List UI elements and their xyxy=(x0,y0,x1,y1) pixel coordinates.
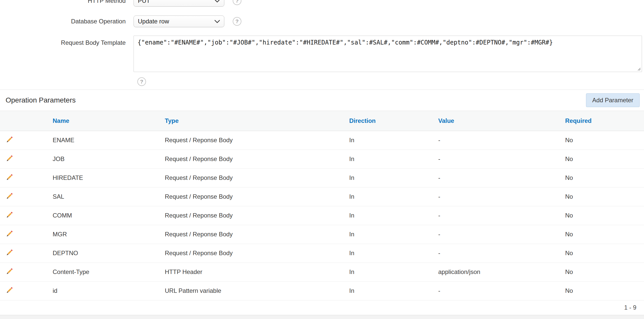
pencil-icon xyxy=(6,286,13,294)
column-header-direction[interactable]: Direction xyxy=(343,111,432,131)
param-required-cell: No xyxy=(559,206,644,225)
pencil-icon xyxy=(6,192,13,200)
edit-row-button[interactable] xyxy=(6,249,13,256)
table-row: HIREDATE Request / Reponse Body In - No xyxy=(0,168,644,187)
param-name-cell: Content-Type xyxy=(47,263,159,281)
database-operation-field-row: Database Operation Update row ? xyxy=(0,16,642,27)
request-body-template-label: Request Body Template xyxy=(0,36,126,46)
request-body-template-field-row: Request Body Template {"ename":"#ENAME#"… xyxy=(0,36,642,73)
edit-row-button[interactable] xyxy=(6,173,13,181)
column-header-value[interactable]: Value xyxy=(432,111,559,131)
table-row: SAL Request / Reponse Body In - No xyxy=(0,187,644,206)
param-type-cell: Request / Reponse Body xyxy=(159,168,343,187)
edit-row-button[interactable] xyxy=(6,211,13,219)
table-row: DEPTNO Request / Reponse Body In - No xyxy=(0,244,644,263)
param-value-cell: - xyxy=(432,281,559,300)
next-region-edge xyxy=(0,315,644,319)
table-row: id URL Pattern variable In - No xyxy=(0,281,644,300)
operation-parameters-table: Name Type Direction Value Required ENAME… xyxy=(0,111,644,300)
edit-row-button[interactable] xyxy=(6,154,13,162)
param-type-cell: Request / Reponse Body xyxy=(159,187,343,206)
add-parameter-button[interactable]: Add Parameter xyxy=(586,93,640,107)
column-header-edit xyxy=(0,111,47,131)
param-name-cell: COMM xyxy=(47,206,159,225)
param-required-cell: No xyxy=(559,225,644,244)
param-name-cell: SAL xyxy=(47,187,159,206)
database-operation-label: Database Operation xyxy=(0,18,126,25)
param-direction-cell: In xyxy=(343,168,432,187)
pagination: 1 - 9 xyxy=(0,300,644,315)
edit-row-button[interactable] xyxy=(6,136,13,143)
pencil-icon xyxy=(6,211,13,219)
region-title: Operation Parameters xyxy=(6,96,76,104)
operation-parameters-region-header: Operation Parameters Add Parameter xyxy=(0,90,644,111)
param-required-cell: No xyxy=(559,131,644,150)
help-icon[interactable]: ? xyxy=(233,0,241,5)
http-method-field-row: HTTP Method PUT ? xyxy=(0,0,642,7)
param-type-cell: URL Pattern variable xyxy=(159,281,343,300)
http-method-selected-value: PUT xyxy=(138,0,150,4)
request-body-template-textarea[interactable]: {"ename":"#ENAME#","job":"#JOB#","hireda… xyxy=(134,36,642,72)
param-direction-cell: In xyxy=(343,244,432,263)
parameters-table-body: ENAME Request / Reponse Body In - No JOB… xyxy=(0,131,644,300)
pencil-icon xyxy=(6,230,13,237)
table-row: ENAME Request / Reponse Body In - No xyxy=(0,131,644,150)
param-value-cell: application/json xyxy=(432,263,559,281)
edit-row-button[interactable] xyxy=(6,286,13,294)
edit-row-button[interactable] xyxy=(6,192,13,200)
param-required-cell: No xyxy=(559,263,644,281)
param-type-cell: HTTP Header xyxy=(159,263,343,281)
request-body-help-row: ? xyxy=(0,77,642,86)
pencil-icon xyxy=(6,249,13,256)
pencil-icon xyxy=(6,267,13,275)
table-row: JOB Request / Reponse Body In - No xyxy=(0,150,644,168)
param-type-cell: Request / Reponse Body xyxy=(159,131,343,150)
param-name-cell: JOB xyxy=(47,150,159,168)
param-name-cell: DEPTNO xyxy=(47,244,159,263)
param-direction-cell: In xyxy=(343,187,432,206)
param-value-cell: - xyxy=(432,187,559,206)
param-direction-cell: In xyxy=(343,206,432,225)
pencil-icon xyxy=(6,173,13,181)
pencil-icon xyxy=(6,154,13,162)
edit-row-button[interactable] xyxy=(6,230,13,237)
chevron-down-icon xyxy=(214,0,220,3)
param-name-cell: ENAME xyxy=(47,131,159,150)
param-required-cell: No xyxy=(559,244,644,263)
param-type-cell: Request / Reponse Body xyxy=(159,225,343,244)
help-icon[interactable]: ? xyxy=(233,17,241,26)
http-method-select[interactable]: PUT xyxy=(134,0,224,7)
question-mark-glyph: ? xyxy=(140,79,143,85)
param-value-cell: - xyxy=(432,150,559,168)
database-operation-select[interactable]: Update row xyxy=(134,16,224,27)
table-row: COMM Request / Reponse Body In - No xyxy=(0,206,644,225)
help-icon[interactable]: ? xyxy=(137,77,146,86)
param-name-cell: id xyxy=(47,281,159,300)
pagination-range: 1 - 9 xyxy=(624,304,636,311)
param-direction-cell: In xyxy=(343,281,432,300)
param-required-cell: No xyxy=(559,187,644,206)
param-value-cell: - xyxy=(432,131,559,150)
column-header-name[interactable]: Name xyxy=(47,111,159,131)
param-type-cell: Request / Reponse Body xyxy=(159,244,343,263)
param-name-cell: HIREDATE xyxy=(47,168,159,187)
param-value-cell: - xyxy=(432,244,559,263)
table-header: Name Type Direction Value Required xyxy=(0,111,644,131)
question-mark-glyph: ? xyxy=(236,18,239,24)
param-value-cell: - xyxy=(432,168,559,187)
question-mark-glyph: ? xyxy=(236,0,239,4)
param-direction-cell: In xyxy=(343,150,432,168)
chevron-down-icon xyxy=(214,20,220,23)
pencil-icon xyxy=(6,136,13,143)
param-direction-cell: In xyxy=(343,225,432,244)
database-operation-selected-value: Update row xyxy=(138,18,169,25)
param-value-cell: - xyxy=(432,225,559,244)
operation-form: HTTP Method PUT ? Database Operation Upd… xyxy=(0,0,644,86)
param-direction-cell: In xyxy=(343,131,432,150)
column-header-required[interactable]: Required xyxy=(559,111,644,131)
param-type-cell: Request / Reponse Body xyxy=(159,150,343,168)
param-required-cell: No xyxy=(559,281,644,300)
param-value-cell: - xyxy=(432,206,559,225)
column-header-type[interactable]: Type xyxy=(159,111,343,131)
edit-row-button[interactable] xyxy=(6,267,13,275)
